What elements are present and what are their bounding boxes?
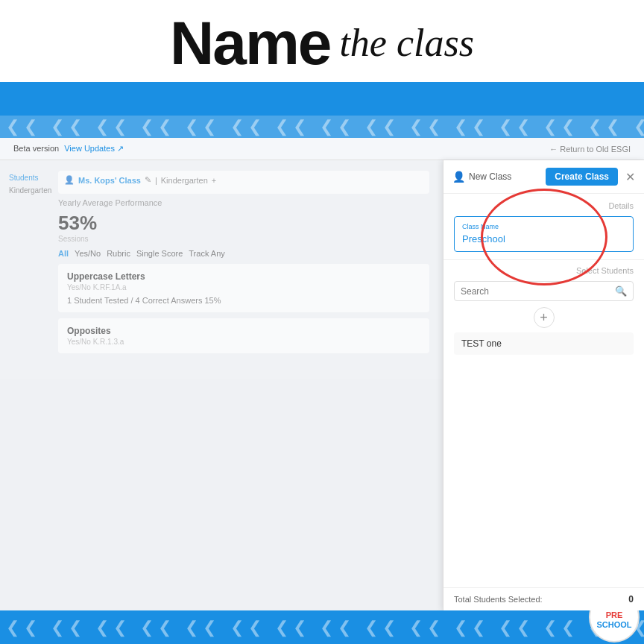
- assessment-stats-0: 1 Student Tested / 4 Correct Answers 15%: [67, 296, 420, 305]
- main-left-content: 👤 Ms. Kops' Class ✎ | Kindergarten + Yea…: [51, 166, 437, 604]
- icons-row: 👤 Ms. Kops' Class ✎ | Kindergarten +: [64, 175, 216, 185]
- bottom-chevron-pattern: ❮❮ ❮❮ ❮❮ ❮❮ ❮❮ ❮❮ ❮❮ ❮❮ ❮❮ ❮❮ ❮❮ ❮❮ ❮❮ ❮…: [6, 618, 644, 637]
- search-bar[interactable]: 🔍: [454, 281, 634, 301]
- left-sidebar: Students Kindergarten: [6, 166, 51, 604]
- assessment-meta-0: Yes/No K.RF.1A.a: [67, 283, 420, 291]
- pop-badge: pocket of PRE SCHOOL: [589, 610, 640, 643]
- class-name-label: Class Name: [462, 223, 625, 230]
- stat-53-block: 53% Sessions: [58, 212, 97, 243]
- search-icon: 🔍: [615, 285, 627, 297]
- filter-all[interactable]: All: [58, 249, 69, 258]
- class-name-input[interactable]: [462, 233, 625, 244]
- stat2-label-0: Correct Answers: [142, 296, 203, 305]
- stat-value: 53%: [58, 212, 97, 235]
- students-label: Students: [9, 174, 38, 182]
- user-icon: 👤: [452, 171, 465, 183]
- view-updates-link[interactable]: View Updates ↗: [64, 144, 124, 153]
- total-label: Total Students Selected:: [454, 595, 543, 604]
- total-count: 0: [628, 594, 634, 604]
- assessment-row-opposites: Opposites Yes/No K.R.1.3.a: [58, 318, 429, 353]
- assessment-title-1: Opposites: [67, 326, 420, 336]
- details-section: Details Class Name: [443, 194, 644, 260]
- top-pattern-bar: ❮❮ ❮❮ ❮❮ ❮❮ ❮❮ ❮❮ ❮❮ ❮❮ ❮❮ ❮❮ ❮❮ ❮❮ ❮❮ ❮…: [0, 116, 644, 138]
- details-label: Details: [454, 201, 634, 210]
- blue-banner: [0, 82, 644, 116]
- new-class-label-group: 👤 New Class: [452, 171, 511, 183]
- student-item-test-one[interactable]: TEST one: [454, 332, 634, 355]
- kindergarten-label: Kindergarten: [9, 186, 51, 195]
- create-class-button[interactable]: Create Class: [546, 168, 618, 186]
- beta-bar: Beta version View Updates ↗ ← Return to …: [0, 138, 644, 160]
- new-class-dialog: 👤 New Class Create Class ✕ Details Class…: [443, 160, 644, 610]
- left-panel: Students Kindergarten 👤 Ms. Kops' Class …: [0, 160, 443, 610]
- bottom-pattern-bar: ❮❮ ❮❮ ❮❮ ❮❮ ❮❮ ❮❮ ❮❮ ❮❮ ❮❮ ❮❮ ❮❮ ❮❮ ❮❮ ❮…: [0, 610, 644, 644]
- filter-rubric[interactable]: Rubric: [107, 249, 130, 258]
- nav-add-icon[interactable]: +: [212, 176, 216, 185]
- class-name-nav: Ms. Kops' Class: [78, 176, 141, 185]
- dialog-footer: Total Students Selected: 0: [443, 587, 644, 610]
- stat1-label-0: Student Tested: [74, 296, 128, 305]
- dialog-header: 👤 New Class Create Class ✕: [443, 160, 644, 194]
- beta-label: Beta version: [13, 144, 59, 153]
- subnav: 👤 Ms. Kops' Class ✎ | Kindergarten +: [58, 171, 429, 194]
- title-name: Name: [170, 8, 330, 78]
- sidebar-item-kindergarten[interactable]: Kindergarten: [9, 186, 51, 195]
- filter-single[interactable]: Single Score: [136, 249, 183, 258]
- stat1-val-0: 1: [67, 296, 72, 305]
- assessment-title-0: Uppercase Letters: [67, 271, 420, 282]
- edit-icon: ✎: [145, 175, 151, 185]
- filter-any[interactable]: Track Any: [189, 249, 225, 258]
- title-rest: the class: [339, 21, 474, 65]
- assessment-row-uppercase: Uppercase Letters Yes/No K.RF.1A.a 1 Stu…: [58, 264, 429, 312]
- percent-0: 15%: [205, 296, 221, 305]
- chevron-pattern: ❮❮ ❮❮ ❮❮ ❮❮ ❮❮ ❮❮ ❮❮ ❮❮ ❮❮ ❮❮ ❮❮ ❮❮ ❮❮ ❮…: [6, 117, 644, 136]
- search-input[interactable]: [461, 286, 615, 297]
- close-dialog-button[interactable]: ✕: [625, 170, 635, 184]
- select-students-label: Select Students: [454, 266, 634, 275]
- sidebar-item-students[interactable]: Students: [9, 174, 38, 182]
- return-old-link[interactable]: ← Return to Old ESGI: [549, 145, 631, 154]
- stat2-val-0: 4: [136, 296, 140, 305]
- class-name-field[interactable]: Class Name: [454, 216, 634, 252]
- title-area: Name the class: [0, 0, 644, 82]
- beta-label-group: Beta version View Updates ↗: [13, 144, 124, 154]
- main-content: Students Kindergarten 👤 Ms. Kops' Class …: [0, 160, 644, 610]
- nav-separator: |: [155, 176, 157, 185]
- yearly-avg-label: Yearly Average Performance: [58, 198, 429, 207]
- new-class-text: New Class: [469, 171, 511, 182]
- badge-preschool: PRE SCHOOL: [596, 610, 631, 630]
- stat-sub: Sessions: [58, 235, 97, 243]
- select-students-section: Select Students 🔍 + TEST one: [443, 260, 644, 587]
- grade-nav: Kindergarten: [161, 176, 208, 185]
- filter-yesno[interactable]: Yes/No: [75, 249, 101, 258]
- add-student-button[interactable]: +: [534, 307, 555, 328]
- person-icon: 👤: [64, 175, 75, 185]
- assessment-meta-1: Yes/No K.R.1.3.a: [67, 338, 420, 346]
- filter-row: All Yes/No Rubric Single Score Track Any: [58, 249, 429, 258]
